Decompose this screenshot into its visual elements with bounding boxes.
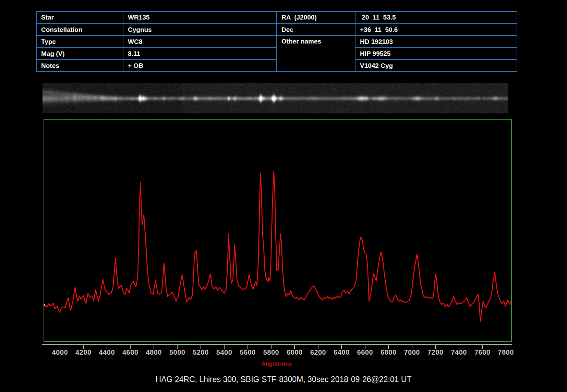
table-value-ra: 20 11 53.5 [355, 12, 517, 24]
table-value-other-name-2: HIP 99525 [355, 48, 517, 60]
axis-tick-label: 5600 [240, 348, 256, 356]
table-label-star: Star [36, 12, 123, 24]
table-value-notes: + OB [123, 60, 277, 72]
star-info-table: Star WR135 RA (J2000) 20 11 53.5 Constel… [36, 11, 517, 72]
axis-tick-label: 6000 [287, 348, 303, 356]
caption: HAG 24RC, Lhires 300, SBIG STF-8300M, 30… [0, 375, 567, 384]
table-value-star: WR135 [123, 12, 277, 24]
axis-tick-label: 7200 [427, 348, 444, 356]
table-value-other-name-1: HD 192103 [355, 36, 517, 48]
axis-tick-label: 4000 [52, 348, 68, 356]
axis-tick-label: 5400 [216, 348, 232, 356]
table-label-type: Type [36, 36, 123, 48]
axis-tick-label: 6400 [334, 348, 350, 356]
axis-tick-label: 7600 [474, 348, 491, 356]
axis-tick-label: 6200 [310, 348, 326, 356]
table-label-notes: Notes [36, 60, 123, 72]
table-label-mag: Mag (V) [36, 48, 123, 60]
spectrum-plot-box [44, 119, 512, 342]
axis-tick-label: 5000 [169, 348, 185, 356]
x-axis-line [42, 344, 512, 345]
axis-tick-label: 7800 [498, 348, 514, 356]
table-label-constellation: Constellation [36, 24, 123, 36]
table-value-dec: +36 11 50.6 [355, 24, 517, 36]
table-value-mag: 8.11 [123, 48, 277, 60]
axis-tick-label: 4600 [122, 348, 138, 356]
axis-tick-label: 6800 [381, 348, 397, 356]
table-value-constellation: Cygnus [123, 24, 277, 36]
axis-tick-label: 6600 [357, 348, 373, 356]
axis-tick-label: 4200 [75, 348, 92, 356]
table-label-ra: RA (J2000) [277, 12, 355, 24]
spectrum-line-chart [44, 120, 511, 341]
axis-tick-label: 5800 [263, 348, 279, 356]
table-value-type: WC8 [123, 36, 277, 48]
page: Star WR135 RA (J2000) 20 11 53.5 Constel… [0, 0, 567, 392]
axis-tick-label: 5200 [193, 348, 209, 356]
axis-tick-label: 7000 [404, 348, 420, 356]
axis-tick-label: 7400 [451, 348, 467, 356]
x-axis-label: Angstroms [261, 360, 292, 367]
table-value-other-name-3: V1042 Cyg [355, 60, 517, 72]
spectrum-strip-image [43, 83, 508, 113]
axis-tick-label: 4400 [99, 348, 115, 356]
axis-tick-label: 4800 [146, 348, 162, 356]
spectrum-curve [44, 171, 511, 321]
table-label-other-names: Other names [277, 36, 355, 72]
table-label-dec: Dec [277, 24, 355, 36]
